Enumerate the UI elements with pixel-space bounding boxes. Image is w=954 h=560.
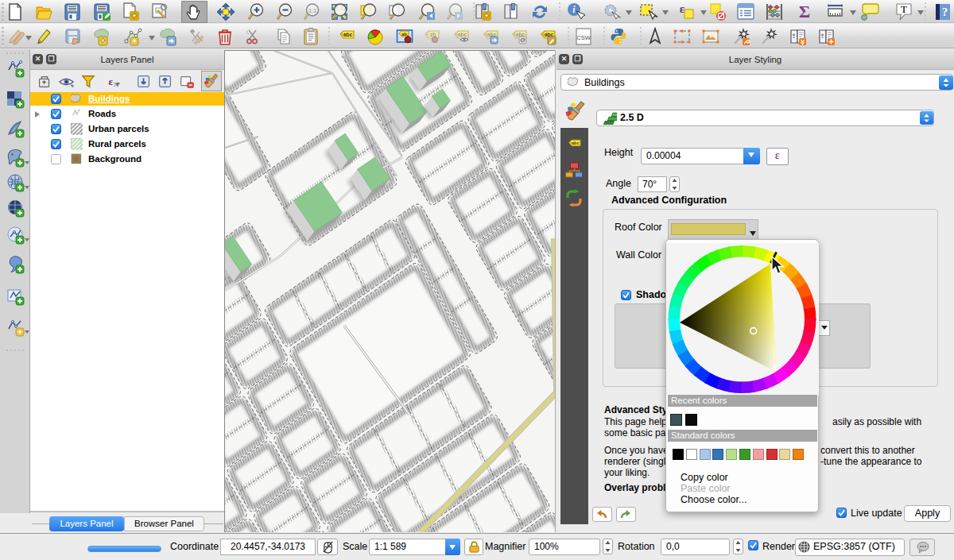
svg-text:abc: abc <box>516 32 525 37</box>
svg-text:ε: ε <box>109 76 114 87</box>
svg-text:1:1: 1:1 <box>308 8 316 14</box>
svg-text:abc: abc <box>545 32 554 37</box>
svg-text:ab: ab <box>401 32 407 37</box>
svg-text:abc: abc <box>343 32 353 37</box>
svg-text:?: ? <box>942 6 948 18</box>
svg-text:Σ: Σ <box>799 2 810 21</box>
svg-text:abc: abc <box>572 141 579 145</box>
svg-text:zb: zb <box>430 32 436 37</box>
svg-text:CSW: CSW <box>576 34 591 41</box>
svg-text:abc: abc <box>487 32 497 37</box>
svg-text:T: T <box>901 4 907 15</box>
svg-text:abc: abc <box>458 32 467 37</box>
